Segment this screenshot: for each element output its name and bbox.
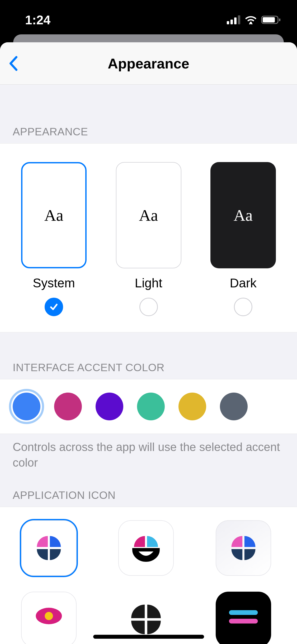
home-indicator[interactable] xyxy=(93,635,204,639)
app-logo-icon xyxy=(226,531,261,565)
accent-color-row xyxy=(0,379,297,434)
svg-rect-0 xyxy=(227,21,229,24)
app-icon-option-1[interactable] xyxy=(21,520,77,576)
section-header-accent: INTERFACE ACCENT COLOR xyxy=(0,332,297,379)
battery-icon xyxy=(261,15,281,25)
theme-option-system[interactable]: Aa System xyxy=(21,162,87,316)
app-logo-icon xyxy=(32,531,66,565)
accent-color-yellow[interactable] xyxy=(178,393,206,420)
accent-footer: Controls across the app will use the sel… xyxy=(0,434,297,473)
status-icons xyxy=(227,15,281,25)
accent-color-magenta[interactable] xyxy=(54,393,82,420)
appearance-section: Aa System Aa Light Aa Dark xyxy=(0,143,297,332)
theme-radio-dark[interactable] xyxy=(234,298,252,316)
content: APPEARANCE Aa System Aa Light xyxy=(0,85,297,644)
accent-color-blue[interactable] xyxy=(13,393,40,420)
app-logo-icon xyxy=(129,531,163,565)
check-icon xyxy=(49,302,59,312)
svg-point-9 xyxy=(45,612,53,620)
svg-rect-2 xyxy=(234,17,237,24)
cellular-icon xyxy=(227,15,241,24)
theme-row: Aa System Aa Light Aa Dark xyxy=(0,144,297,332)
wifi-icon xyxy=(244,15,257,24)
svg-point-4 xyxy=(250,22,252,24)
accent-color-purple[interactable] xyxy=(96,393,123,420)
theme-option-light[interactable]: Aa Light xyxy=(116,162,181,316)
page-title: Appearance xyxy=(0,55,297,72)
nav-bar: Appearance xyxy=(0,42,297,85)
theme-preview-dark: Aa xyxy=(210,162,276,268)
app-logo-icon xyxy=(32,602,66,637)
sheet-behind xyxy=(0,34,297,42)
app-icon-option-6[interactable] xyxy=(216,592,271,644)
theme-radio-light[interactable] xyxy=(139,298,158,316)
app-icon-option-3[interactable] xyxy=(216,520,271,576)
theme-label: Dark xyxy=(230,276,256,290)
accent-section xyxy=(0,379,297,434)
app-icon-section xyxy=(0,507,297,644)
accent-color-teal[interactable] xyxy=(137,393,165,420)
svg-rect-7 xyxy=(279,19,280,21)
status-bar: 1:24 xyxy=(0,0,297,34)
app-icon-option-2[interactable] xyxy=(118,520,174,576)
status-time: 1:24 xyxy=(25,13,50,27)
theme-label: System xyxy=(33,276,75,290)
theme-radio-system[interactable] xyxy=(45,298,63,316)
svg-rect-6 xyxy=(263,17,275,22)
app-icon-option-4[interactable] xyxy=(21,592,77,644)
svg-rect-3 xyxy=(238,15,240,24)
app-icons-grid xyxy=(0,507,297,644)
theme-option-dark[interactable]: Aa Dark xyxy=(210,162,276,316)
theme-preview-light: Aa xyxy=(116,162,181,268)
section-header-app-icon: APPLICATION ICON xyxy=(0,473,297,507)
section-header-appearance: APPEARANCE xyxy=(0,85,297,143)
theme-preview-system: Aa xyxy=(21,162,87,268)
app-logo-icon xyxy=(125,598,167,641)
accent-color-gray[interactable] xyxy=(220,393,248,420)
settings-sheet: Appearance APPEARANCE Aa System Aa Light xyxy=(0,42,297,644)
theme-label: Light xyxy=(135,276,162,290)
chevron-left-icon xyxy=(8,56,18,71)
back-button[interactable] xyxy=(5,56,21,71)
svg-rect-1 xyxy=(230,20,233,24)
app-logo-icon xyxy=(226,602,261,637)
